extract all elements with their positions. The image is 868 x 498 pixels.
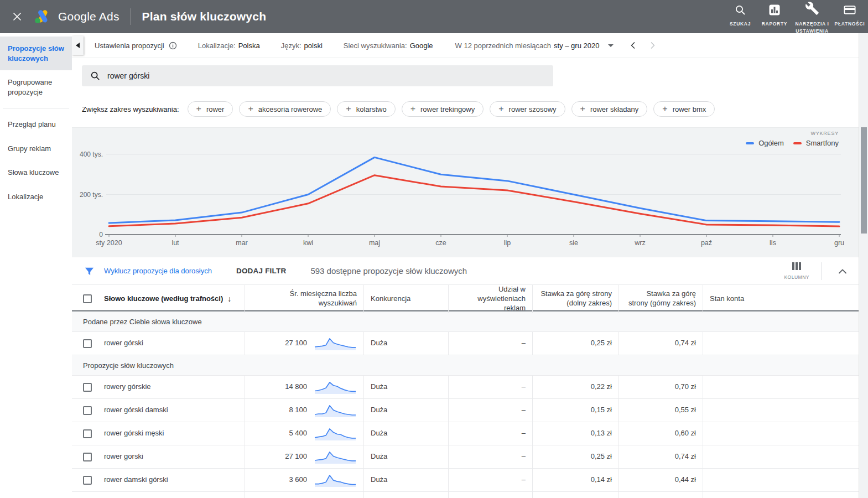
search-icon bbox=[90, 71, 100, 81]
sidebar-item[interactable]: Przegląd planu bbox=[0, 112, 72, 137]
top-bid-low-cell: 0,22 zł bbox=[532, 376, 618, 398]
avg-searches-cell: 14 800 bbox=[245, 376, 363, 398]
settings-groups: Lokalizacje:PolskaJęzyk:polskiSieci wysz… bbox=[198, 42, 454, 50]
plus-icon: + bbox=[410, 105, 415, 113]
broaden-keyword-chip[interactable]: +kolarstwo bbox=[337, 101, 395, 117]
column-header-label: Słowo kluczowe (według trafności) bbox=[104, 294, 223, 304]
column-header[interactable]: Konkurencja bbox=[363, 285, 448, 313]
column-header[interactable]: Słowo kluczowe (według trafności)↓ bbox=[72, 285, 245, 313]
broaden-keyword-chip[interactable]: +rower szosowy bbox=[490, 101, 565, 117]
empty-cell bbox=[363, 492, 448, 498]
column-header[interactable]: Stawka za górę strony (dolny zakres) bbox=[532, 285, 618, 313]
sidebar-items: Propozycje słów kluczowychPogrupowane pr… bbox=[0, 37, 72, 209]
filter-funnel-icon[interactable] bbox=[84, 266, 95, 276]
svg-text:lip: lip bbox=[504, 239, 511, 247]
row-checkbox[interactable] bbox=[83, 383, 92, 392]
top-bid-low-cell: 0,14 zł bbox=[532, 469, 618, 491]
keyword-text: rower gorski bbox=[104, 452, 143, 461]
columns-button[interactable]: KOLUMNY bbox=[784, 262, 809, 280]
search-action-button[interactable]: SZUKAJ bbox=[723, 0, 757, 28]
payments-button[interactable]: PŁATNOŚCI bbox=[833, 0, 867, 28]
svg-text:gru: gru bbox=[834, 239, 844, 247]
settings-group[interactable]: Lokalizacje:Polska bbox=[198, 42, 260, 50]
proposal-settings-button[interactable]: Ustawienia propozycji bbox=[95, 42, 177, 50]
impression-share-cell: – bbox=[448, 376, 532, 398]
keyword-row: rower gorski27 100Duża–0,25 zł0,74 zł bbox=[72, 445, 859, 469]
previous-period-button[interactable] bbox=[626, 38, 640, 53]
sidebar-item[interactable]: Propozycje słów kluczowych bbox=[0, 37, 72, 70]
settings-group-value: Google bbox=[410, 42, 433, 50]
column-header[interactable]: Śr. miesięczna liczba wyszukiwań bbox=[245, 285, 363, 313]
top-bid-low-cell: 0,25 zł bbox=[532, 445, 618, 468]
svg-text:maj: maj bbox=[369, 239, 380, 247]
search-section bbox=[72, 58, 859, 93]
back-button[interactable] bbox=[72, 36, 84, 55]
column-header[interactable]: Udział w wyświetleniach reklam bbox=[448, 285, 532, 313]
chip-label: kolarstwo bbox=[356, 105, 387, 113]
sidebar-item[interactable]: Pogrupowane propozycje bbox=[0, 70, 72, 104]
chevron-down-icon bbox=[608, 44, 614, 47]
row-checkbox[interactable] bbox=[83, 339, 92, 348]
avg-searches-value: 3 600 bbox=[289, 475, 307, 485]
sidebar: Propozycje słów kluczowychPogrupowane pr… bbox=[0, 33, 72, 498]
brand-name: Google Ads bbox=[58, 10, 119, 23]
row-checkbox[interactable] bbox=[83, 406, 92, 415]
page: Google Ads Plan słów kluczowych SZUKAJ R… bbox=[0, 0, 868, 498]
settings-group[interactable]: Sieci wyszukiwania:Google bbox=[344, 42, 433, 50]
broaden-keyword-chip[interactable]: +rower bmx bbox=[653, 101, 715, 117]
account-status-cell bbox=[703, 445, 859, 468]
period-dropdown[interactable]: W 12 poprzednich miesiącach sty – gru 20… bbox=[455, 42, 614, 50]
empty-cell bbox=[703, 492, 859, 498]
top-bid-high-cell: 0,74 zł bbox=[618, 445, 703, 468]
svg-text:mar: mar bbox=[236, 239, 248, 247]
info-icon[interactable] bbox=[169, 42, 177, 50]
keyword-cell: rower górski męski bbox=[72, 422, 245, 445]
add-filter-button[interactable]: DODAJ FILTR bbox=[236, 267, 286, 275]
tools-settings-label: NARZĘDZIA I USTAWIENIA bbox=[793, 20, 831, 35]
keyword-search-input[interactable] bbox=[107, 71, 545, 80]
exclude-adult-link[interactable]: Wyklucz propozycje dla dorosłych bbox=[104, 267, 212, 275]
row-checkbox[interactable] bbox=[83, 476, 92, 485]
row-checkbox[interactable] bbox=[83, 429, 92, 438]
close-icon[interactable] bbox=[8, 7, 27, 26]
keyword-row: rower górski damski8 100Duża–0,15 zł0,55… bbox=[72, 399, 859, 422]
vertical-scrollbar[interactable] bbox=[859, 33, 868, 498]
keyword-cell: rower górski damski bbox=[72, 399, 245, 422]
sidebar-item[interactable]: Grupy reklam bbox=[0, 137, 72, 161]
column-header[interactable]: Stawka za górę strony (górny zakres) bbox=[618, 285, 703, 313]
empty-cell bbox=[448, 492, 532, 498]
svg-text:400 tys.: 400 tys. bbox=[80, 151, 103, 158]
competition-cell: Duża bbox=[363, 422, 448, 445]
impression-share-cell: – bbox=[448, 469, 532, 491]
competition-cell: Duża bbox=[363, 376, 448, 398]
reports-button[interactable]: RAPORTY bbox=[757, 0, 792, 28]
svg-text:sie: sie bbox=[569, 239, 578, 247]
broaden-keyword-chip[interactable]: +rower składany bbox=[571, 101, 648, 117]
broaden-keyword-chip[interactable]: +rower bbox=[188, 101, 233, 117]
search-box[interactable] bbox=[82, 65, 553, 86]
sidebar-item[interactable]: Słowa kluczowe bbox=[0, 160, 72, 185]
sidebar-item[interactable]: Lokalizacje bbox=[0, 185, 72, 209]
column-header-label: Śr. miesięczna liczba wyszukiwań bbox=[252, 289, 357, 308]
top-bid-high-cell: 0,55 zł bbox=[618, 399, 703, 422]
column-header[interactable]: Stan konta bbox=[703, 285, 859, 313]
account-status-cell bbox=[703, 332, 859, 355]
results-panel: Wyklucz propozycje dla dorosłych DODAJ F… bbox=[72, 257, 859, 498]
impression-share-cell: – bbox=[448, 332, 532, 355]
broaden-keyword-chip[interactable]: +akcesoria rowerowe bbox=[239, 101, 331, 117]
collapse-table-button[interactable] bbox=[834, 263, 851, 279]
select-all-checkbox[interactable] bbox=[83, 294, 92, 303]
next-period-button[interactable] bbox=[646, 38, 660, 53]
row-checkbox[interactable] bbox=[83, 453, 92, 461]
plus-icon: + bbox=[196, 105, 201, 113]
google-ads-logo: Google Ads bbox=[34, 9, 119, 24]
svg-text:kwi: kwi bbox=[303, 239, 313, 247]
avg-searches-value: 27 100 bbox=[285, 339, 307, 348]
settings-group[interactable]: Język:polski bbox=[281, 42, 323, 50]
column-header-label: Stan konta bbox=[710, 294, 744, 304]
broaden-keyword-chip[interactable]: +rower trekingowy bbox=[402, 101, 484, 117]
chip-label: rower szosowy bbox=[509, 105, 557, 113]
tools-settings-button[interactable]: NARZĘDZIA I USTAWIENIA bbox=[792, 0, 833, 34]
scrollbar-thumb[interactable] bbox=[861, 127, 867, 234]
keywords-table: Słowo kluczowe (według trafności)↓Śr. mi… bbox=[72, 285, 859, 498]
